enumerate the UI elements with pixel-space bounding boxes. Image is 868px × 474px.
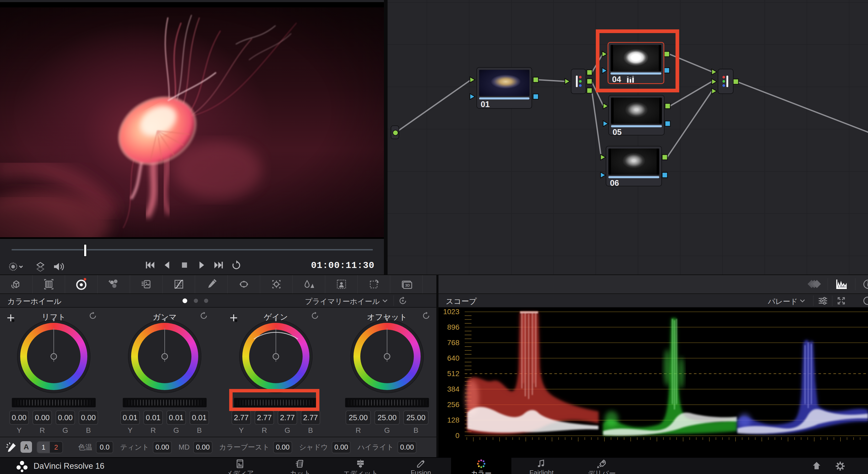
key-output-port[interactable] — [662, 172, 668, 178]
grade-bypass-icon[interactable] — [8, 261, 20, 272]
rgb-output-port[interactable] — [733, 79, 739, 84]
stop-button[interactable] — [178, 259, 190, 271]
last-frame-button[interactable] — [213, 259, 225, 271]
rgb-output-port[interactable] — [665, 103, 670, 109]
wheel-mode-dropdown[interactable]: プライマリーホイール — [305, 297, 380, 306]
tab-fairlight[interactable]: Fairlight — [512, 458, 572, 474]
rgb-output-port[interactable] — [587, 70, 592, 75]
blur-palette-button[interactable] — [293, 275, 325, 293]
auto-balance-picker-icon[interactable] — [5, 441, 17, 453]
node-06-thumbnail[interactable] — [609, 149, 659, 175]
value-box[interactable]: 2.77 — [231, 411, 251, 425]
node-05[interactable]: 05 — [609, 95, 664, 136]
value-box[interactable]: 0.01 — [190, 411, 209, 425]
color-match-palette-button[interactable] — [33, 275, 65, 293]
project-manager-icon[interactable] — [811, 461, 822, 471]
loop-button[interactable] — [230, 259, 242, 271]
rgb-input-port[interactable] — [565, 79, 570, 84]
rgb-input-port[interactable] — [603, 103, 608, 109]
value-box[interactable]: 2.77 — [278, 411, 297, 425]
value-box[interactable]: 0.01 — [166, 411, 186, 425]
value-box[interactable]: 25.00 — [374, 411, 400, 425]
timeline-scrubber[interactable] — [0, 241, 384, 258]
master-wheel-slider[interactable] — [12, 398, 96, 407]
adjustment-value[interactable]: 0.00 — [332, 441, 351, 453]
tab-color[interactable]: カラー — [451, 458, 512, 474]
value-box[interactable]: 0.00 — [56, 411, 75, 425]
tab-fusion[interactable]: Fusion — [391, 458, 451, 474]
key-input-port[interactable] — [600, 172, 606, 178]
source-node[interactable] — [391, 125, 399, 139]
rgb-output-port[interactable] — [662, 155, 668, 160]
rgb-input-port[interactable] — [470, 77, 475, 83]
power-window-palette-button[interactable] — [228, 275, 260, 293]
page-dot-1[interactable] — [183, 298, 187, 303]
node-01[interactable]: 01 — [476, 67, 532, 109]
value-box[interactable]: 2.77 — [301, 411, 320, 425]
value-box[interactable]: 25.00 — [403, 411, 429, 425]
tracker-palette-button[interactable] — [260, 275, 293, 293]
qualifier-palette-button[interactable] — [195, 275, 228, 293]
value-box[interactable]: 0.00 — [33, 411, 52, 425]
chevron-down-icon[interactable] — [799, 299, 806, 303]
node-05-thumbnail[interactable] — [611, 98, 662, 124]
adjustment-value[interactable]: 0.00 — [153, 441, 172, 453]
auto-color-button[interactable]: A — [21, 441, 32, 453]
master-wheel-slider[interactable] — [345, 398, 429, 407]
motion-effects-palette-button[interactable] — [130, 275, 163, 293]
page-2-segment[interactable]: 2 — [50, 442, 62, 453]
reset-palette-icon[interactable] — [398, 296, 407, 305]
scope-mode-dropdown[interactable]: パレード — [768, 297, 798, 306]
value-box[interactable]: 0.00 — [9, 411, 29, 425]
wheel-reset-icon[interactable] — [422, 311, 431, 320]
curves-palette-button[interactable] — [163, 275, 195, 293]
expand-icon[interactable] — [837, 296, 846, 305]
splitter-node[interactable] — [571, 69, 586, 94]
video-canvas[interactable] — [0, 2, 384, 239]
playhead[interactable] — [84, 244, 87, 257]
project-settings-gear-icon[interactable] — [835, 461, 845, 471]
first-frame-button[interactable] — [144, 259, 156, 271]
adjustment-value[interactable]: 0.00 — [193, 441, 212, 453]
scrubber-track[interactable] — [11, 249, 373, 250]
key-palette-button[interactable] — [325, 275, 358, 293]
scope-settings-icon[interactable] — [818, 296, 828, 305]
color-wheels-palette-button[interactable] — [65, 275, 98, 293]
rgb-input-port[interactable] — [712, 88, 717, 94]
step-back-button[interactable] — [161, 259, 173, 271]
adjustment-value[interactable]: 0.00 — [398, 441, 417, 453]
key-input-port[interactable] — [603, 121, 608, 126]
rgb-output-port[interactable] — [533, 77, 538, 82]
rgb-output-port[interactable] — [587, 79, 592, 84]
value-box[interactable]: 0.01 — [144, 411, 163, 425]
rgb-output-port[interactable] — [587, 88, 592, 93]
rgb-input-port[interactable] — [712, 79, 717, 85]
page-1-segment[interactable]: 1 — [37, 442, 50, 453]
node-01-thumbnail[interactable] — [479, 70, 529, 96]
adjustment-value[interactable]: 0.00 — [273, 441, 292, 453]
tab-edit[interactable]: エディット — [331, 458, 391, 474]
play-button[interactable] — [196, 259, 208, 271]
rgb-input-port[interactable] — [712, 69, 717, 75]
gain-picker-icon[interactable] — [230, 314, 239, 323]
clipped-panel-icon[interactable] — [862, 296, 868, 305]
value-box[interactable]: 0.00 — [79, 411, 98, 425]
rgb-mixer-palette-button[interactable] — [98, 275, 130, 293]
value-box[interactable]: 0.01 — [120, 411, 140, 425]
wheel-reset-icon[interactable] — [88, 311, 97, 320]
node-06[interactable]: 06 — [606, 146, 662, 186]
scopes-icon[interactable] — [835, 278, 848, 291]
unmix-icon[interactable] — [35, 261, 46, 272]
lift-picker-icon[interactable] — [7, 314, 16, 323]
clips-icon[interactable] — [807, 278, 821, 291]
page-dot-3[interactable] — [204, 299, 208, 303]
key-output-port[interactable] — [665, 121, 670, 126]
adjustment-value[interactable]: 0.0 — [96, 441, 113, 453]
combiner-node[interactable] — [718, 69, 734, 94]
key-input-port[interactable] — [470, 94, 475, 99]
tab-cut[interactable]: カット — [270, 458, 331, 474]
master-wheel-slider[interactable] — [123, 398, 207, 407]
info-icon[interactable] — [862, 278, 868, 291]
value-box[interactable]: 2.77 — [255, 411, 274, 425]
chevron-down-icon[interactable] — [382, 299, 388, 303]
